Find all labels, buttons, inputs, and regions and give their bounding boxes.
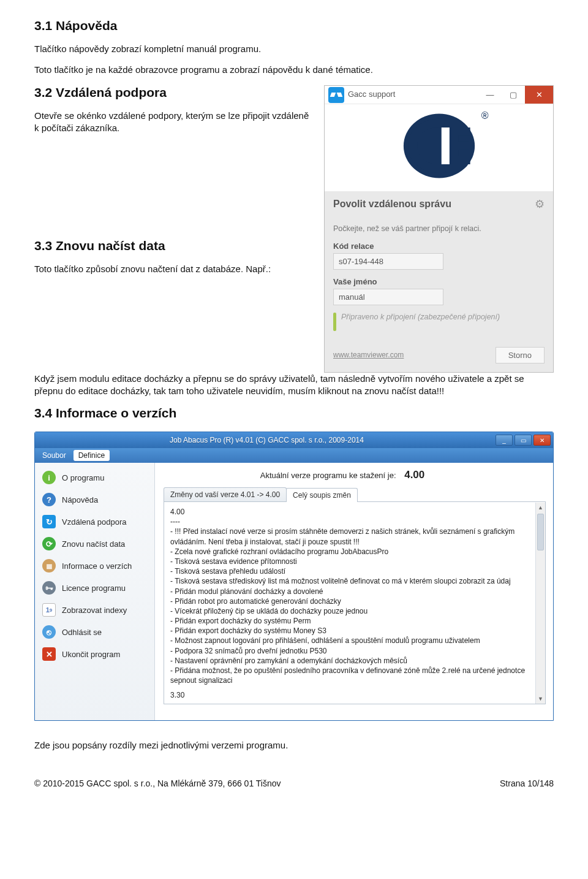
info-icon: i — [42, 471, 56, 484]
app-title: Job Abacus Pro (R) v4.01 (C) GACC spol. … — [40, 436, 494, 444]
changelog-item: Přidána možnost, že po opuštění poslední… — [170, 666, 539, 685]
changelog-item: Tisková sestava evidence přítomnosti — [170, 557, 539, 566]
footer-left: © 2010-2015 GACC spol. s r.o., Na Mlékár… — [34, 778, 281, 788]
changelog-item: Přidán export docházky do systému Perm — [170, 616, 539, 626]
changelog-item: Zcela nové grafické rozhraní ovládacího … — [170, 547, 539, 557]
body-text: Tlačítko nápovědy zobrazí kompletní manu… — [34, 43, 554, 55]
sidebar: i O programu ? Nápověda ↻ Vzdálená podpo… — [35, 463, 155, 720]
your-name-input[interactable]: manuál — [333, 289, 443, 305]
tabstrip: Změny od vaší verze 4.01 -> 4.00 Celý so… — [164, 487, 546, 502]
changelog-item: Možnost zapnout logování pro přihlášení,… — [170, 636, 539, 645]
changelog-list: Zcela nové grafické rozhraní ovládacího … — [170, 547, 539, 686]
close-button[interactable]: ✕ — [525, 86, 553, 104]
teamviewer-link[interactable]: www.teamviewer.com — [333, 351, 404, 359]
sidebar-item-reload[interactable]: ⟳ Znovu načíst data — [35, 533, 154, 555]
teamviewer-window: Gacc support — ▢ ✕ — [324, 85, 554, 373]
exit-icon: ✕ — [42, 647, 56, 661]
logout-icon: ⎋ — [42, 625, 56, 639]
heading-3-4: 3.4 Informace o verzích — [34, 406, 554, 420]
changelog-item: Tisková sestava přehledu událostí — [170, 566, 539, 576]
section-header: Povolit vzdálenou správu ⚙ — [325, 191, 553, 217]
sidebar-item-label: Ukončit program — [62, 650, 120, 659]
minimize-button[interactable]: _ — [496, 435, 513, 446]
status-text: Připraveno k připojení (zabezpečené přip… — [341, 313, 500, 331]
changelog-item: Přidán robot pro automatické generování … — [170, 596, 539, 606]
maximize-button[interactable]: ▢ — [502, 86, 525, 104]
changelog-version: 4.00 — [170, 507, 539, 517]
changelog-version: 3.30 — [170, 690, 539, 700]
heading-3-1: 3.1 Nápověda — [34, 18, 554, 33]
scroll-down-icon[interactable]: ▼ — [536, 694, 545, 704]
window-title: Gacc support — [348, 86, 478, 104]
index-icon: 19 — [42, 603, 56, 617]
app-titlebar: Job Abacus Pro (R) v4.01 (C) GACC spol. … — [35, 432, 553, 448]
changelog-rule: ---- — [170, 701, 539, 704]
code-label: Kód relace — [333, 242, 545, 251]
footer-right: Strana 10/148 — [500, 778, 554, 788]
sidebar-item-label: Zobrazovat indexy — [62, 606, 127, 615]
app-window: Job Abacus Pro (R) v4.01 (C) GACC spol. … — [34, 432, 554, 721]
titlebar: Gacc support — ▢ ✕ — [325, 86, 553, 104]
body-text: Toto tlačítko je na každé obrazovce prog… — [34, 64, 554, 76]
changelog-item: Podpora 32 snímačů pro dveřní jednotku P… — [170, 646, 539, 656]
sidebar-item-label: Licence programu — [62, 584, 126, 593]
app-main: Aktuální verze programu ke stažení je: 4… — [155, 463, 553, 720]
sidebar-item-label: Vzdálená podpora — [62, 517, 127, 527]
sidebar-item-remote[interactable]: ↻ Vzdálená podpora — [35, 511, 154, 533]
teamviewer-icon: ↻ — [42, 515, 56, 528]
changelog-panel: 4.00 ---- - !!! Před instalací nové verz… — [164, 502, 546, 704]
sidebar-item-help[interactable]: ? Nápověda — [35, 489, 154, 511]
changelog-item: Vícekrát přiložený čip se ukládá do doch… — [170, 606, 539, 616]
gear-icon[interactable]: ⚙ — [535, 197, 545, 211]
sidebar-item-versions[interactable]: ≣ Informace o verzích — [35, 555, 154, 577]
body-text: Zde jsou popsány rozdíly mezi jednotlivý… — [34, 739, 554, 752]
menu-soubor[interactable]: Soubor — [37, 450, 71, 461]
scroll-up-icon[interactable]: ▲ — [536, 503, 545, 512]
reload-icon: ⟳ — [42, 537, 56, 550]
license-icon: 🗝 — [42, 581, 56, 595]
maximize-button[interactable]: ▭ — [514, 435, 532, 446]
sidebar-item-about[interactable]: i O programu — [35, 466, 154, 489]
sidebar-item-logout[interactable]: ⎋ Odhlásit se — [35, 621, 154, 643]
changelog-item: Nastavení oprávnění pro zamykání a odemy… — [170, 656, 539, 666]
sidebar-item-exit[interactable]: ✕ Ukončit program — [35, 643, 154, 665]
sidebar-item-label: Nápověda — [62, 495, 98, 504]
cancel-button[interactable]: Storno — [496, 347, 545, 363]
session-code-input[interactable]: s07-194-448 — [333, 253, 443, 270]
sidebar-item-label: O programu — [62, 473, 104, 482]
body-text: Když jsem modulu editace docházky a přep… — [34, 373, 554, 398]
changelog-rule: ---- — [170, 517, 539, 527]
current-version-value: 4.00 — [404, 469, 424, 481]
sidebar-item-license[interactable]: 🗝 Licence programu — [35, 577, 154, 599]
name-label: Vaše jméno — [333, 277, 545, 286]
sidebar-item-indexes[interactable]: 19 Zobrazovat indexy — [35, 599, 154, 621]
changelog-intro: - !!! Před instalací nové verze si prosí… — [170, 527, 539, 546]
close-button[interactable]: ✕ — [533, 435, 551, 446]
sidebar-item-label: Odhlásit se — [62, 628, 102, 637]
changelog-item: Přidán export docházky do systému Money … — [170, 626, 539, 636]
registered-mark: ® — [481, 110, 489, 121]
help-icon: ? — [42, 493, 56, 506]
changelog-item: Tisková sestava střediskový list má možn… — [170, 576, 539, 586]
minimize-button[interactable]: — — [478, 86, 502, 104]
book-icon: ≣ — [42, 559, 56, 573]
scrollbar[interactable]: ▲ ▼ — [535, 503, 545, 704]
tab-diff[interactable]: Změny od vaší verze 4.01 -> 4.00 — [164, 487, 287, 501]
sidebar-item-label: Znovu načíst data — [62, 539, 125, 549]
current-version-line: Aktuální verze programu ke stažení je: 4… — [164, 469, 546, 481]
page-footer: © 2010-2015 GACC spol. s r.o., Na Mlékár… — [34, 778, 554, 788]
changelog-item: Přidán modul plánování docházky a dovole… — [170, 587, 539, 596]
status-indicator-icon — [333, 313, 336, 331]
tab-all-changes[interactable]: Celý soupis změn — [286, 488, 358, 502]
menubar: Soubor Definice — [35, 448, 553, 463]
wait-text: Počkejte, než se váš partner připojí k r… — [333, 224, 545, 233]
teamviewer-icon — [328, 87, 344, 103]
sidebar-item-label: Informace o verzích — [62, 561, 132, 571]
svg-rect-1 — [441, 127, 449, 164]
menu-definice[interactable]: Definice — [74, 450, 110, 461]
scroll-thumb[interactable] — [537, 514, 544, 550]
section-title: Povolit vzdálenou správu — [333, 199, 451, 210]
gacc-logo: ® — [393, 109, 485, 183]
